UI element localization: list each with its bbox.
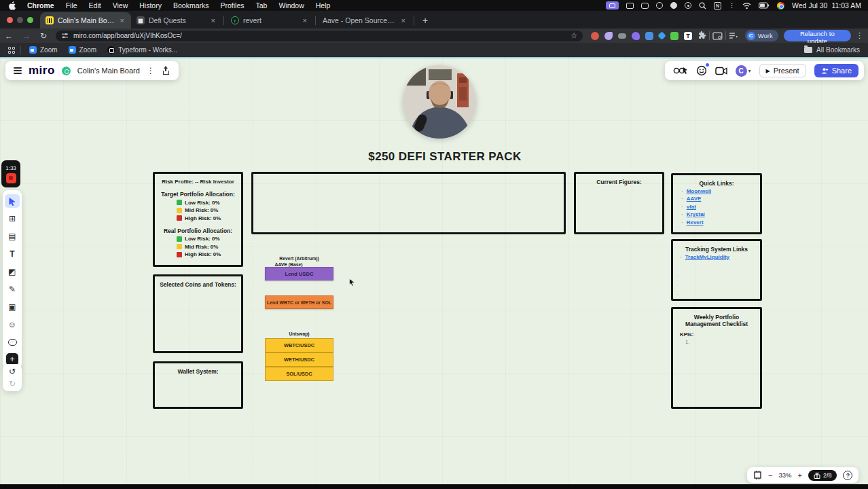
quick-links-box[interactable]: Quick Links: ·Moonwell ·AAVE ·vfat ·Krys… xyxy=(671,173,762,234)
text-tool[interactable]: T xyxy=(5,247,20,261)
present-button[interactable]: ▶ Present xyxy=(759,64,806,77)
bookmark-typeform[interactable]: Typeform - Works... xyxy=(102,46,183,54)
new-tab-button[interactable]: + xyxy=(416,15,435,29)
select-tool[interactable] xyxy=(5,194,20,208)
board-name[interactable]: Colin's Main Board xyxy=(77,67,140,75)
menubar-item-tab[interactable]: Tab xyxy=(255,1,267,10)
shapes-tool[interactable]: ◩ xyxy=(5,265,20,278)
main-menu-icon[interactable] xyxy=(14,67,22,74)
link-vfat[interactable]: vfat xyxy=(687,204,696,211)
link-krystal[interactable]: Krystal xyxy=(687,211,705,218)
battery-icon[interactable] xyxy=(759,2,770,9)
export-board-icon[interactable] xyxy=(162,67,170,75)
zoom-out-button[interactable]: − xyxy=(768,471,772,479)
menubar-item-window[interactable]: Window xyxy=(278,1,304,10)
sticky-note-sol-usdc[interactable]: SOL/USDC xyxy=(265,367,333,381)
reload-button[interactable]: ↻ xyxy=(35,31,52,41)
share-button[interactable]: Share xyxy=(814,64,858,77)
tune-icon[interactable] xyxy=(61,32,69,39)
all-bookmarks-button[interactable]: All Bookmarks xyxy=(804,46,868,54)
menubar-item-help[interactable]: Help xyxy=(316,1,331,10)
tab-defi-quests[interactable]: ▦ Defi Quests × xyxy=(131,12,222,29)
menubar-item-file[interactable]: File xyxy=(66,1,77,10)
menubar-item-profiles[interactable]: Profiles xyxy=(220,1,244,10)
extension-icon[interactable] xyxy=(670,32,679,40)
extension-icon[interactable] xyxy=(618,33,626,39)
uniswap-label[interactable]: Uniswap) xyxy=(265,331,333,336)
sticky-note-weth-usdc[interactable]: WETH/USDC xyxy=(265,352,333,367)
aave-base-label[interactable]: AAVE (Base) xyxy=(265,262,312,267)
zoom-level[interactable]: 33% xyxy=(778,471,791,479)
bookmark-star-icon[interactable]: ☆ xyxy=(571,31,577,40)
frame-tool[interactable]: ▣ xyxy=(5,300,20,314)
user-avatar-menu[interactable]: C ▾ xyxy=(736,65,751,77)
menubar-item-bookmarks[interactable]: Bookmarks xyxy=(173,1,209,10)
display-status-icon[interactable] xyxy=(626,3,634,9)
wifi-icon[interactable] xyxy=(742,2,751,10)
tab-revert[interactable]: r revert × xyxy=(225,12,314,29)
tab-aave[interactable]: Aave - Open Source Liquidity × xyxy=(317,12,412,29)
status-circle-icon[interactable] xyxy=(656,2,663,9)
comment-tool[interactable]: ⋯ xyxy=(5,336,20,349)
menubar-item-history[interactable]: History xyxy=(139,1,162,10)
minimize-window-button[interactable] xyxy=(17,17,23,23)
meeting-status-icon[interactable] xyxy=(641,3,649,9)
extension-icon[interactable] xyxy=(645,32,653,40)
weekly-checklist-box[interactable]: Weekly Portfolio Management Checklist KP… xyxy=(671,307,762,409)
relaunch-to-update-button[interactable]: Relaunch to update xyxy=(784,30,851,41)
frames-panel-icon[interactable] xyxy=(753,471,762,479)
undo-button[interactable]: ↺ xyxy=(9,367,16,376)
close-tab-icon[interactable]: × xyxy=(210,16,217,24)
revert-arbitrum-label[interactable]: Revert (Arbitrum)) xyxy=(265,256,333,261)
browser-menu-icon[interactable]: ⋮ xyxy=(851,31,868,40)
menubar-item-chrome[interactable]: Chrome xyxy=(27,1,54,10)
screen-share-status-icon[interactable] xyxy=(606,1,619,10)
extension-icon[interactable]: T xyxy=(684,32,692,40)
sticky-note-wbtc-usdc[interactable]: WBTC/USDC xyxy=(265,338,333,352)
reactions-icon[interactable] xyxy=(696,65,707,76)
address-bar[interactable]: miro.com/app/board/uXjVIhKosOc=/ ☆ xyxy=(56,31,583,41)
status-circle2-icon[interactable] xyxy=(670,2,677,9)
sticky-note-tool[interactable]: ▤ xyxy=(5,230,20,243)
onboarding-progress-pill[interactable]: 2/8 xyxy=(808,470,837,481)
extensions-puzzle-icon[interactable] xyxy=(698,31,706,40)
reading-list-icon[interactable] xyxy=(729,32,738,39)
link-revert[interactable]: Revert xyxy=(687,219,704,226)
help-button[interactable]: ? xyxy=(843,471,852,480)
extension-icon[interactable] xyxy=(657,31,666,40)
sticky-note-lend-wbtc[interactable]: Lend WBTC or WETH or SOL xyxy=(265,295,333,309)
main-empty-box[interactable] xyxy=(251,172,566,234)
risk-profile-box[interactable]: Risk Profile: -- Risk Investor Target Po… xyxy=(153,172,243,267)
extension-icon[interactable] xyxy=(632,32,640,40)
redo-button[interactable]: ↻ xyxy=(9,379,16,388)
stop-recording-button[interactable] xyxy=(6,173,16,183)
menubar-item-view[interactable]: View xyxy=(113,1,128,10)
close-window-button[interactable] xyxy=(7,17,13,23)
board-options-icon[interactable]: ⋮ xyxy=(147,66,155,75)
tab-miro-board[interactable]: Colin's Main Board - Miro × xyxy=(40,12,131,29)
templates-tool[interactable]: ⊞ xyxy=(5,212,20,225)
tracking-links-box[interactable]: Tracking System Links ·TrackMyLiquidity … xyxy=(671,239,762,301)
spotlight-search-icon[interactable] xyxy=(699,2,706,10)
miro-canvas[interactable]: miro Colin's Main Board ⋮ C ▾ ▶ Present … xyxy=(0,57,868,484)
selected-coins-box[interactable]: Selected Coins and Tokens: xyxy=(153,274,243,353)
chrome-status-icon[interactable] xyxy=(777,2,784,10)
apps-grid-icon[interactable] xyxy=(0,47,18,54)
profile-chip[interactable]: C Work xyxy=(745,30,778,41)
tab-capture-icon[interactable] xyxy=(712,32,723,40)
zoom-window-button[interactable] xyxy=(27,17,33,23)
pen-tool[interactable]: ✎ xyxy=(5,283,20,296)
link-aave[interactable]: AAVE xyxy=(687,196,702,202)
video-camera-icon[interactable] xyxy=(715,67,727,75)
miro-logo[interactable]: miro xyxy=(29,64,55,77)
notion-status-icon[interactable]: N xyxy=(714,2,721,10)
close-tab-icon[interactable]: × xyxy=(119,16,126,24)
extension-icon[interactable] xyxy=(604,32,613,40)
forward-button[interactable]: → xyxy=(18,31,35,41)
dots-status-icon[interactable]: ⋮ xyxy=(729,2,735,9)
current-figures-box[interactable]: Current Figures: xyxy=(574,172,664,234)
extension-icon[interactable] xyxy=(591,32,599,40)
url-text[interactable]: miro.com/app/board/uXjVIhKosOc=/ xyxy=(73,32,566,39)
bookmark-zoom-2[interactable]: Zoom xyxy=(63,46,103,54)
link-trackmyliquidity[interactable]: TrackMyLiquidity xyxy=(685,254,729,261)
